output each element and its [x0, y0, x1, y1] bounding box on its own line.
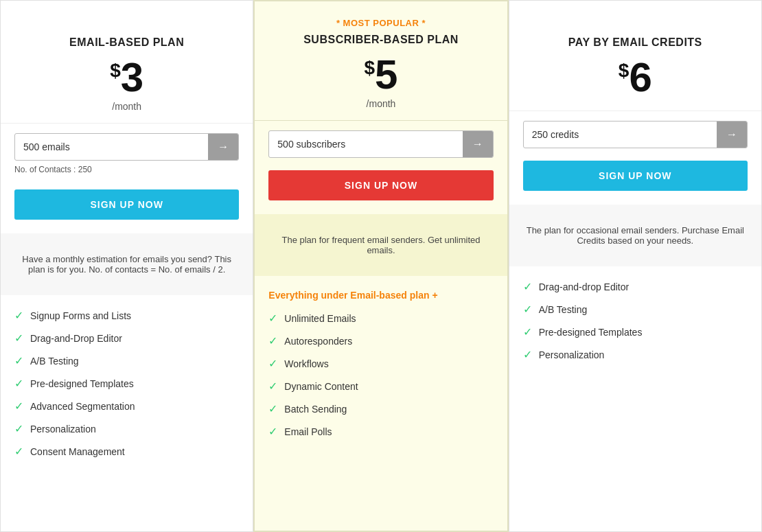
check-icon: ✓ — [523, 348, 532, 361]
feature-item: ✓Batch Sending — [268, 402, 493, 415]
feature-label: Pre-designed Templates — [539, 327, 643, 338]
feature-label: Workflows — [284, 358, 328, 369]
feature-item: ✓Drag-and-Drop Editor — [14, 332, 239, 345]
feature-label: Batch Sending — [284, 404, 347, 415]
check-icon: ✓ — [14, 400, 23, 413]
feature-item: ✓Personalization — [523, 348, 748, 361]
features-section-email-based: ✓Signup Forms and Lists✓Drag-and-Drop Ed… — [1, 295, 253, 531]
feature-item: ✓Workflows — [268, 357, 493, 370]
most-popular-badge: * MOST POPULAR * — [268, 18, 493, 28]
plan-name-pay-by-credits: PAY BY EMAIL CREDITS — [523, 36, 748, 49]
signup-btn-email-based[interactable]: SIGN UP NOW — [14, 189, 239, 220]
plan-col-subscriber-based: * MOST POPULAR *SUBSCRIBER-BASED PLAN$5/… — [253, 0, 508, 532]
features-section-subscriber-based: Everything under Email-based plan +✓Unli… — [255, 276, 507, 531]
check-icon: ✓ — [14, 309, 23, 322]
selector-arrow-btn-subscriber-based[interactable]: → — [463, 131, 493, 157]
check-icon: ✓ — [268, 380, 277, 393]
feature-label: Signup Forms and Lists — [30, 310, 131, 321]
feature-label: Email Polls — [284, 426, 332, 437]
selector-input-subscriber-based[interactable] — [269, 132, 462, 157]
feature-label: Unlimited Emails — [284, 313, 356, 324]
feature-label: Advanced Segmentation — [30, 401, 135, 412]
pricing-container: EMAIL-BASED PLAN$3/month→No. of Contacts… — [0, 0, 762, 532]
price-number: 5 — [375, 54, 397, 95]
feature-item: ✓Drag-and-drop Editor — [523, 280, 748, 293]
feature-item: ✓Personalization — [14, 422, 239, 435]
price-row-subscriber-based: $5 — [268, 54, 493, 95]
feature-item: ✓Unlimited Emails — [268, 312, 493, 325]
price-row-pay-by-credits: $6 — [523, 57, 748, 98]
feature-label: Personalization — [30, 424, 96, 435]
plan-col-email-based: EMAIL-BASED PLAN$3/month→No. of Contacts… — [0, 0, 253, 532]
feature-label: Consent Management — [30, 446, 125, 457]
check-icon: ✓ — [14, 377, 23, 390]
price-number: 3 — [121, 57, 143, 98]
plan-header-subscriber-based: * MOST POPULAR *SUBSCRIBER-BASED PLAN$5/… — [255, 1, 507, 121]
feature-item: ✓Dynamic Content — [268, 380, 493, 393]
feature-item: ✓Autoresponders — [268, 334, 493, 347]
feature-item: ✓Pre-designed Templates — [14, 377, 239, 390]
check-icon: ✓ — [268, 334, 277, 347]
check-icon: ✓ — [268, 402, 277, 415]
check-icon: ✓ — [523, 303, 532, 316]
plan-header-pay-by-credits: PAY BY EMAIL CREDITS$6 — [509, 1, 761, 111]
plan-description-subscriber-based: The plan for frequent email senders. Get… — [255, 214, 507, 276]
selector-row-pay-by-credits: → — [523, 121, 748, 148]
features-section-pay-by-credits: ✓Drag-and-drop Editor✓A/B Testing✓Pre-de… — [509, 266, 761, 531]
selector-arrow-btn-pay-by-credits[interactable]: → — [717, 122, 747, 148]
check-icon: ✓ — [523, 280, 532, 293]
feature-item: ✓Signup Forms and Lists — [14, 309, 239, 322]
selector-row-subscriber-based: → — [268, 130, 493, 158]
price-period: /month — [14, 101, 239, 112]
selector-row-email-based: → — [14, 133, 239, 161]
features-title: Everything under Email-based plan + — [268, 290, 493, 301]
check-icon: ✓ — [523, 325, 532, 338]
plan-name-email-based: EMAIL-BASED PLAN — [14, 36, 239, 49]
check-icon: ✓ — [268, 425, 277, 438]
signup-btn-pay-by-credits[interactable]: SIGN UP NOW — [523, 161, 748, 191]
price-number: 6 — [629, 57, 651, 98]
price-dollar: $ — [110, 61, 121, 80]
feature-label: Dynamic Content — [284, 381, 358, 392]
plan-description-pay-by-credits: The plan for occasional email senders. P… — [509, 205, 761, 266]
feature-label: Autoresponders — [284, 336, 352, 347]
feature-item: ✓Email Polls — [268, 425, 493, 438]
signup-btn-subscriber-based[interactable]: SIGN UP NOW — [268, 170, 493, 200]
check-icon: ✓ — [14, 422, 23, 435]
price-dollar: $ — [619, 61, 630, 80]
check-icon: ✓ — [14, 332, 23, 345]
feature-label: Drag-and-Drop Editor — [30, 333, 122, 344]
price-period: /month — [268, 98, 493, 109]
feature-item: ✓Advanced Segmentation — [14, 400, 239, 413]
selector-input-pay-by-credits[interactable] — [524, 122, 717, 147]
feature-item: ✓A/B Testing — [523, 303, 748, 316]
feature-item: ✓A/B Testing — [14, 354, 239, 367]
feature-item: ✓Pre-designed Templates — [523, 325, 748, 338]
plan-description-email-based: Have a monthly estimation for emails you… — [1, 233, 253, 295]
price-row-email-based: $3 — [14, 57, 239, 98]
feature-label: Drag-and-drop Editor — [539, 281, 630, 292]
feature-label: Personalization — [539, 349, 605, 360]
plan-col-pay-by-credits: PAY BY EMAIL CREDITS$6→SIGN UP NOWThe pl… — [509, 0, 762, 532]
selector-input-email-based[interactable] — [15, 135, 208, 159]
check-icon: ✓ — [14, 445, 23, 458]
selector-arrow-btn-email-based[interactable]: → — [208, 134, 238, 160]
contacts-note: No. of Contacts : 250 — [14, 165, 239, 174]
feature-item: ✓Consent Management — [14, 445, 239, 458]
price-dollar: $ — [365, 58, 376, 78]
plan-name-subscriber-based: SUBSCRIBER-BASED PLAN — [268, 34, 493, 46]
feature-label: A/B Testing — [30, 356, 79, 367]
plan-header-email-based: EMAIL-BASED PLAN$3/month — [1, 1, 253, 124]
feature-label: Pre-designed Templates — [30, 378, 134, 389]
check-icon: ✓ — [268, 312, 277, 325]
check-icon: ✓ — [268, 357, 277, 370]
check-icon: ✓ — [14, 354, 23, 367]
feature-label: A/B Testing — [539, 304, 588, 315]
